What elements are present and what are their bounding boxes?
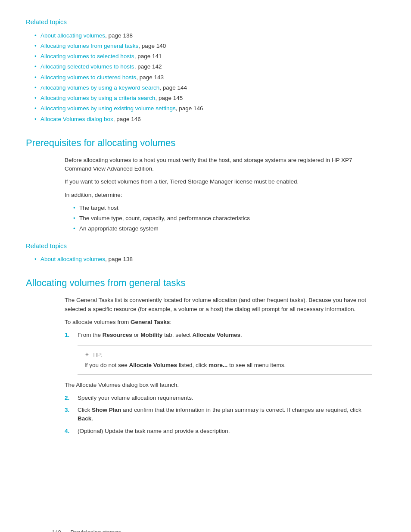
- list-item: About allocating volumes, page 138: [34, 31, 385, 40]
- steps-list: 1. From the Resources or Mobility tab, s…: [65, 331, 372, 339]
- step4-text: (Optional) Update the task name and prov…: [78, 428, 230, 434]
- section1-related-topics: Related topics About allocating volumes,…: [26, 17, 385, 124]
- list-item: About allocating volumes, page 138: [34, 255, 385, 264]
- para2-prefix: To allocate volumes from: [65, 319, 131, 325]
- step-number: 4.: [65, 427, 69, 436]
- step-number: 2.: [65, 394, 69, 402]
- list-item: Allocating volumes by using a keyword se…: [34, 84, 385, 92]
- bullet-text: The target host: [79, 205, 118, 211]
- link-alloc-to-selected[interactable]: Allocating volumes to selected hosts: [40, 53, 134, 59]
- bold-mobility: Mobility: [140, 332, 162, 338]
- section3-para2: To allocate volumes from General Tasks:: [65, 318, 372, 327]
- after-tip-para: The Allocate Volumes dialog box will lau…: [65, 381, 372, 389]
- section3-general-tasks: Allocating volumes from general tasks Th…: [26, 276, 385, 436]
- bold-show-plan: Show Plan: [92, 407, 121, 413]
- section2-prerequisites: Prerequisites for allocating volumes Bef…: [26, 136, 385, 264]
- link-alloc-from-general[interactable]: Allocating volumes from general tasks: [40, 43, 138, 49]
- page-ref: , page 145: [155, 95, 183, 101]
- tip-bold1: Allocate Volumes: [129, 362, 177, 368]
- section1-heading: Related topics: [26, 17, 385, 27]
- tip-bold2: more...: [209, 362, 227, 368]
- page-ref: , page 138: [105, 256, 133, 262]
- para2-suffix: :: [170, 319, 171, 325]
- tip-icon: ✦: [84, 350, 90, 359]
- footer-page-number: 140: [52, 529, 61, 532]
- tip-header: ✦ TIP:: [84, 350, 365, 359]
- link-alloc-to-clustered[interactable]: Allocating volumes to clustered hosts: [40, 74, 136, 81]
- bullet-text: An appropriate storage system: [79, 225, 159, 232]
- page-footer: 140 Provisioning storage: [52, 528, 121, 532]
- section2-para2: If you want to select volumes from a tie…: [65, 177, 372, 186]
- section2-related-topics: Related topics About allocating volumes,…: [26, 241, 385, 264]
- section3-content: The General Tasks list is conveniently l…: [26, 296, 385, 436]
- bold-back: Back: [78, 415, 91, 422]
- bold-resources: Resources: [103, 332, 132, 338]
- link-alloc-dialog[interactable]: Allocate Volumes dialog box: [40, 116, 113, 122]
- section2-heading: Prerequisites for allocating volumes: [26, 136, 385, 150]
- tip-box: ✦ TIP: If you do not see Allocate Volume…: [78, 345, 372, 374]
- list-item: Allocating volumes to clustered hosts, p…: [34, 73, 385, 82]
- tip-suffix: to see all menu items.: [227, 362, 286, 368]
- link-alloc-existing[interactable]: Allocating volumes by using existing vol…: [40, 105, 176, 112]
- para2-bold: General Tasks: [131, 319, 170, 325]
- list-item: 2. Specify your volume allocation requir…: [65, 394, 372, 402]
- list-item: Allocating selected volumes to hosts, pa…: [34, 62, 385, 71]
- page-ref: , page 141: [134, 53, 162, 59]
- page-wrapper: Related topics About allocating volumes,…: [26, 17, 385, 532]
- link-alloc-keyword[interactable]: Allocating volumes by using a keyword se…: [40, 84, 159, 91]
- list-item: 4. (Optional) Update the task name and p…: [65, 427, 372, 436]
- list-item: Allocate Volumes dialog box, page 146: [34, 115, 385, 124]
- step1-text: From the Resources or Mobility tab, sele…: [78, 332, 242, 338]
- page-ref: , page 142: [134, 63, 162, 70]
- footer-label: Provisioning storage: [70, 529, 121, 532]
- link-alloc-criteria[interactable]: Allocating volumes by using a criteria s…: [40, 95, 155, 101]
- step3-text: Click Show Plan and confirm that the inf…: [78, 407, 361, 422]
- tip-prefix: If you do not see: [84, 362, 129, 368]
- section2-para1: Before allocating volumes to a host you …: [65, 156, 372, 174]
- link-alloc-selected-to-hosts[interactable]: Allocating selected volumes to hosts: [40, 63, 134, 70]
- step-number: 3.: [65, 406, 69, 414]
- footer-spacer: [62, 529, 68, 532]
- steps-list-2: 2. Specify your volume allocation requir…: [65, 394, 372, 436]
- section3-heading: Allocating volumes from general tasks: [26, 276, 385, 290]
- section3-para1: The General Tasks list is conveniently l…: [65, 296, 372, 314]
- step-number: 1.: [65, 331, 69, 339]
- page-ref: , page 143: [136, 74, 164, 81]
- page-ref: , page 140: [138, 43, 166, 49]
- list-item: Allocating volumes by using existing vol…: [34, 104, 385, 113]
- bullet-text: The volume type, count, capacity, and pe…: [79, 215, 250, 221]
- section1-links-list: About allocating volumes, page 138 Alloc…: [26, 31, 385, 124]
- list-item: The target host: [73, 204, 372, 212]
- list-item: Allocating volumes from general tasks, p…: [34, 42, 385, 50]
- page-ref: , page 146: [176, 105, 203, 112]
- section2-related-list: About allocating volumes, page 138: [26, 255, 385, 264]
- link-about-allocating[interactable]: About allocating volumes: [40, 32, 105, 39]
- list-item: 3. Click Show Plan and confirm that the …: [65, 406, 372, 423]
- tip-mid: listed, click: [177, 362, 209, 368]
- list-item: Allocating volumes by using a criteria s…: [34, 94, 385, 103]
- section2-content: Before allocating volumes to a host you …: [26, 156, 385, 233]
- step2-text: Specify your volume allocation requireme…: [78, 395, 193, 401]
- page-ref: , page 146: [113, 116, 141, 122]
- tip-label: TIP:: [92, 351, 103, 359]
- list-item: Allocating volumes to selected hosts, pa…: [34, 52, 385, 61]
- section2-para3: In addition, determine:: [65, 191, 372, 199]
- section2-related-heading: Related topics: [26, 241, 385, 251]
- page-ref: , page 138: [105, 32, 133, 39]
- tip-body: If you do not see Allocate Volumes liste…: [84, 361, 365, 370]
- section2-bullets: The target host The volume type, count, …: [65, 204, 372, 233]
- list-item: 1. From the Resources or Mobility tab, s…: [65, 331, 372, 339]
- list-item: An appropriate storage system: [73, 224, 372, 233]
- page-ref: , page 144: [159, 84, 187, 91]
- link-about-allocating-2[interactable]: About allocating volumes: [40, 256, 105, 262]
- list-item: The volume type, count, capacity, and pe…: [73, 214, 372, 223]
- bold-allocate-volumes: Allocate Volumes: [192, 332, 240, 338]
